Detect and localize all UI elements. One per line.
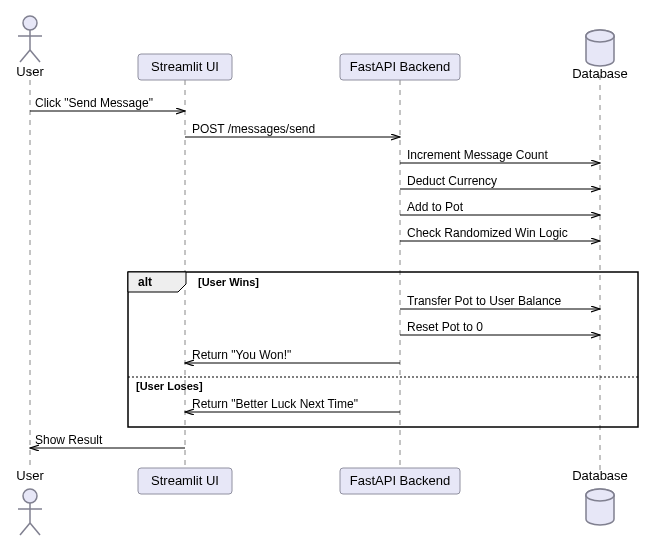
participant-ui-top: Streamlit UI <box>138 54 232 80</box>
svg-text:Streamlit UI: Streamlit UI <box>151 473 219 488</box>
svg-text:Add to Pot: Add to Pot <box>407 200 464 214</box>
message-return-lost: Return "Better Luck Next Time" <box>185 397 400 412</box>
participant-api-top: FastAPI Backend <box>340 54 460 80</box>
svg-text:Deduct Currency: Deduct Currency <box>407 174 497 188</box>
svg-point-45 <box>586 489 614 501</box>
svg-text:Check Randomized Win Logic: Check Randomized Win Logic <box>407 226 568 240</box>
svg-text:Increment Message Count: Increment Message Count <box>407 148 548 162</box>
message-check-win-logic: Check Randomized Win Logic <box>400 226 600 241</box>
participant-ui-bottom: Streamlit UI <box>138 468 232 494</box>
message-post-send: POST /messages/send <box>185 122 400 137</box>
message-add-to-pot: Add to Pot <box>400 200 600 215</box>
participant-user-bottom: User <box>16 468 44 535</box>
svg-text:User: User <box>16 468 44 483</box>
participant-db-label: Database <box>572 66 628 81</box>
alt-operator-label: alt <box>138 275 152 289</box>
svg-line-38 <box>30 523 40 535</box>
svg-line-37 <box>20 523 30 535</box>
participant-user-top: User <box>16 16 44 79</box>
alt-guard-lose: [User Loses] <box>136 380 203 392</box>
svg-text:Database: Database <box>572 468 628 483</box>
participant-api-bottom: FastAPI Backend <box>340 468 460 494</box>
svg-text:POST /messages/send: POST /messages/send <box>192 122 315 136</box>
svg-point-8 <box>586 30 614 42</box>
sequence-diagram: User Streamlit UI FastAPI Backend Databa… <box>10 10 650 540</box>
participant-api-label: FastAPI Backend <box>350 59 450 74</box>
svg-text:Transfer Pot to User Balance: Transfer Pot to User Balance <box>407 294 562 308</box>
svg-text:Click "Send Message": Click "Send Message" <box>35 96 153 110</box>
svg-text:Return "Better Luck Next Time": Return "Better Luck Next Time" <box>192 397 358 411</box>
alt-guard-win: [User Wins] <box>198 276 259 288</box>
svg-text:Reset Pot to 0: Reset Pot to 0 <box>407 320 483 334</box>
svg-text:Show Result: Show Result <box>35 433 103 447</box>
message-show-result: Show Result <box>30 433 185 448</box>
svg-line-4 <box>30 50 40 62</box>
participant-db-top: Database <box>572 30 628 81</box>
svg-point-34 <box>23 489 37 503</box>
message-return-won: Return "You Won!" <box>185 348 400 363</box>
message-click-send: Click "Send Message" <box>30 96 185 111</box>
svg-line-3 <box>20 50 30 62</box>
svg-text:FastAPI Backend: FastAPI Backend <box>350 473 450 488</box>
svg-point-0 <box>23 16 37 30</box>
message-transfer-pot: Transfer Pot to User Balance <box>400 294 600 309</box>
message-increment-count: Increment Message Count <box>400 148 600 163</box>
message-reset-pot: Reset Pot to 0 <box>400 320 600 335</box>
alt-fragment: alt [User Wins] Transfer Pot to User Bal… <box>128 272 638 427</box>
participant-user-label: User <box>16 64 44 79</box>
participant-db-bottom: Database <box>572 468 628 525</box>
svg-text:Return "You Won!": Return "You Won!" <box>192 348 291 362</box>
participant-ui-label: Streamlit UI <box>151 59 219 74</box>
message-deduct-currency: Deduct Currency <box>400 174 600 189</box>
